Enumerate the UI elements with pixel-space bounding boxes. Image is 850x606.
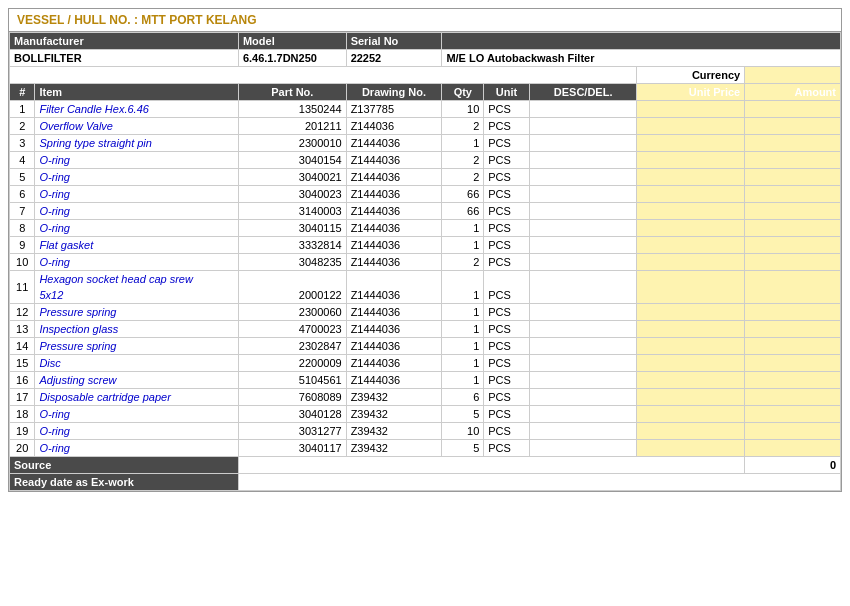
manufacturer-value: BOLLFILTER bbox=[10, 50, 239, 67]
col-num: # bbox=[10, 84, 35, 101]
col-qty: Qty bbox=[442, 84, 484, 101]
model-value: 6.46.1.7DN250 bbox=[238, 50, 346, 67]
col-desc: DESC/DEL. bbox=[529, 84, 637, 101]
col-drawno: Drawing No. bbox=[346, 84, 442, 101]
col-unitprice: Unit Price bbox=[637, 84, 745, 101]
table-row: 16 Adjusting screw 5104561 Z1444036 1 PC… bbox=[10, 372, 841, 389]
table-row: 14 Pressure spring 2302847 Z1444036 1 PC… bbox=[10, 338, 841, 355]
col-amount: Amount bbox=[745, 84, 841, 101]
main-container: VESSEL / HULL NO. : MTT PORT KELANG Manu… bbox=[8, 8, 842, 492]
table-row: 13 Inspection glass 4700023 Z1444036 1 P… bbox=[10, 321, 841, 338]
table-row: 8 O-ring 3040115 Z1444036 1 PCS bbox=[10, 220, 841, 237]
table-row: 7 O-ring 3140003 Z1444036 66 PCS bbox=[10, 203, 841, 220]
table-row: 12 Pressure spring 2300060 Z1444036 1 PC… bbox=[10, 304, 841, 321]
serialno-value: 22252 bbox=[346, 50, 442, 67]
table-row: 1 Filter Candle Hex.6.46 1350244 Z137785… bbox=[10, 101, 841, 118]
serialno-label: Serial No bbox=[346, 33, 442, 50]
table-row: 5 O-ring 3040021 Z1444036 2 PCS bbox=[10, 169, 841, 186]
main-table: Manufacturer Model Serial No BOLLFILTER … bbox=[9, 32, 841, 491]
table-row: 6 O-ring 3040023 Z1444036 66 PCS bbox=[10, 186, 841, 203]
header-value-row: BOLLFILTER 6.46.1.7DN250 22252 M/E LO Au… bbox=[10, 50, 841, 67]
table-row: 19 O-ring 3031277 Z39432 10 PCS bbox=[10, 423, 841, 440]
ready-date-footer-row: Ready date as Ex-work bbox=[10, 474, 841, 491]
currency-value-cell[interactable] bbox=[745, 67, 841, 84]
table-row: 4 O-ring 3040154 Z1444036 2 PCS bbox=[10, 152, 841, 169]
title-bar: VESSEL / HULL NO. : MTT PORT KELANG bbox=[9, 9, 841, 32]
header-label-row: Manufacturer Model Serial No bbox=[10, 33, 841, 50]
description-value: M/E LO Autobackwash Filter bbox=[442, 50, 841, 67]
table-row: 18 O-ring 3040128 Z39432 5 PCS bbox=[10, 406, 841, 423]
table-row: 20 O-ring 3040117 Z39432 5 PCS bbox=[10, 440, 841, 457]
manufacturer-label: Manufacturer bbox=[10, 33, 239, 50]
table-row: 10 O-ring 3048235 Z1444036 2 PCS bbox=[10, 254, 841, 271]
currency-label: Currency bbox=[637, 67, 745, 84]
ready-date-label: Ready date as Ex-work bbox=[10, 474, 239, 491]
table-row: 17 Disposable cartridge paper 7608089 Z3… bbox=[10, 389, 841, 406]
source-footer-row: Source 0 bbox=[10, 457, 841, 474]
table-row: 15 Disc 2200009 Z1444036 1 PCS bbox=[10, 355, 841, 372]
col-item: Item bbox=[35, 84, 238, 101]
model-label: Model bbox=[238, 33, 346, 50]
column-headers-row: # Item Part No. Drawing No. Qty Unit DES… bbox=[10, 84, 841, 101]
col-unit: Unit bbox=[484, 84, 529, 101]
table-row: 11 Hexagon socket head cap srew 2000122 … bbox=[10, 271, 841, 288]
amount-total: 0 bbox=[745, 457, 841, 474]
table-row: 2 Overflow Valve 201211 Z144036 2 PCS bbox=[10, 118, 841, 135]
table-row: 3 Spring type straight pin 2300010 Z1444… bbox=[10, 135, 841, 152]
header-blank bbox=[442, 33, 841, 50]
currency-header-row: Currency bbox=[10, 67, 841, 84]
table-row: 9 Flat gasket 3332814 Z1444036 1 PCS bbox=[10, 237, 841, 254]
col-partno: Part No. bbox=[238, 84, 346, 101]
page-title: VESSEL / HULL NO. : MTT PORT KELANG bbox=[17, 13, 257, 27]
source-label: Source bbox=[10, 457, 239, 474]
